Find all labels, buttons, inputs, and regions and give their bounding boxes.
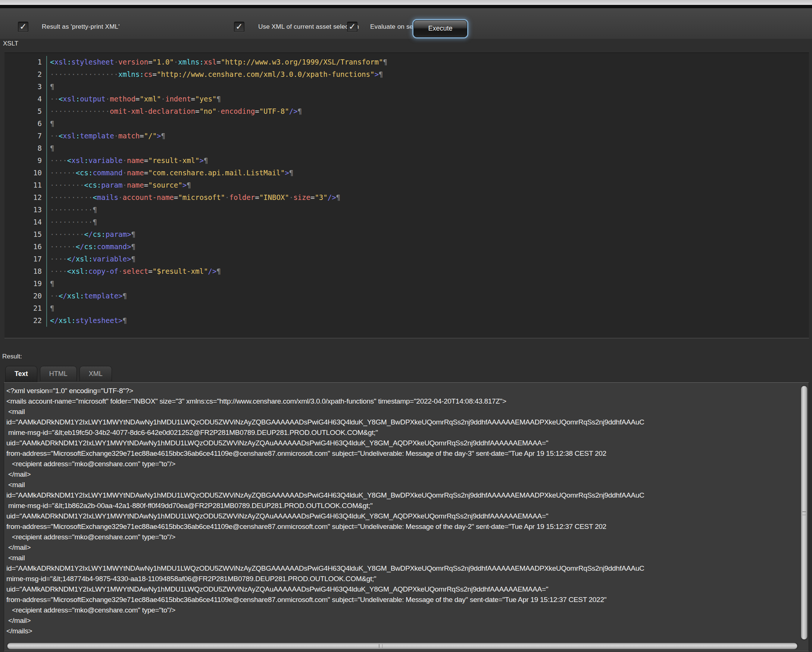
code-line[interactable]: 9····<xsl:variable·name="result-xml">¶ <box>5 154 809 167</box>
line-number: 14 <box>5 216 47 228</box>
line-number: 8 <box>5 142 47 154</box>
xslt-test-window: ✓ Result as 'pretty-print XML' ✓ Use XML… <box>0 0 812 652</box>
tab-html[interactable]: HTML <box>40 366 77 381</box>
code-line[interactable]: 15········</cs:param>¶ <box>5 228 809 241</box>
code-text: ··········<mails·account-name="microsoft… <box>47 191 340 204</box>
code-line[interactable]: 3¶ <box>5 81 809 93</box>
checkbox-pretty-print-xml[interactable]: ✓ <box>18 21 28 32</box>
result-line: id="AAMkADRkNDM1Y2IxLWY1MWYtNDAwNy1hMDU1… <box>6 417 799 428</box>
result-tab-bar: Text HTML XML <box>5 366 112 382</box>
horizontal-scrollbar-thumb[interactable] <box>7 643 797 649</box>
code-line[interactable]: 22</xsl:stylesheet>¶ <box>5 314 809 327</box>
result-line: mime-msg-id="&lt;1b862a2b-00aa-42a1-880f… <box>6 501 799 511</box>
code-text: ¶ <box>47 81 54 93</box>
result-line: id="AAMkADRkNDM1Y2IxLWY1MWYtNDAwNy1hMDU1… <box>6 563 799 574</box>
result-line: <recipient address="mko@censhare.com" ty… <box>6 532 799 542</box>
code-line[interactable]: 19¶ <box>5 277 809 290</box>
result-line: mime-msg-id="&lt;148774b4-9875-4330-aa18… <box>6 574 799 584</box>
line-number: 5 <box>5 105 47 117</box>
code-text: ¶ <box>47 277 54 290</box>
line-number: 7 <box>5 130 47 142</box>
line-number: 19 <box>5 277 47 290</box>
code-text: ¶ <box>47 117 54 130</box>
horizontal-scrollbar[interactable] <box>6 642 798 650</box>
code-line[interactable]: 18····<xsl:copy-of·select="$result-xml"/… <box>5 265 809 277</box>
result-output[interactable]: <?xml version="1.0" encoding="UTF-8"?><m… <box>6 386 799 641</box>
result-line: <mail <box>6 553 799 563</box>
result-line: <mails account-name="microsoft" folder="… <box>6 396 799 407</box>
code-line[interactable]: 17····</xsl:variable>¶ <box>5 253 809 265</box>
execute-button[interactable]: Execute <box>414 20 467 37</box>
result-line: mime-msg-id="&lt;eb19fc50-34b2-4077-8dc6… <box>6 428 799 438</box>
result-line: uid="AAMkADRkNDM1Y2IxLWY1MWYtNDAwNy1hMDU… <box>6 511 799 521</box>
code-text: ¶ <box>47 142 54 154</box>
line-number: 12 <box>5 191 47 204</box>
code-line[interactable]: 21¶ <box>5 302 809 314</box>
line-number: 11 <box>5 179 47 191</box>
code-line[interactable]: 11········<cs:param·name="source">¶ <box>5 179 809 191</box>
line-number: 4 <box>5 93 47 105</box>
code-line[interactable]: 13··········¶ <box>5 204 809 216</box>
code-line[interactable]: 1<xsl:stylesheet·version="1.0"·xmlns:xsl… <box>5 56 809 68</box>
code-text: ········<cs:param·name="source">¶ <box>47 179 191 191</box>
result-line: <mail <box>6 480 799 490</box>
code-line[interactable]: 6¶ <box>5 117 809 130</box>
result-line: <recipient address="mko@censhare.com" ty… <box>6 605 799 615</box>
xslt-code-editor[interactable]: 1<xsl:stylesheet·version="1.0"·xmlns:xsl… <box>5 53 809 338</box>
result-line: </mail> <box>6 542 799 553</box>
code-line[interactable]: 10······<cs:command·name="com.censhare.a… <box>5 167 809 179</box>
code-text: ················xmlns:cs="http://www.cen… <box>47 68 383 81</box>
scrollbar-grip <box>379 644 383 648</box>
code-text: </xsl:stylesheet>¶ <box>47 314 127 327</box>
line-number: 9 <box>5 154 47 167</box>
line-number: 6 <box>5 117 47 130</box>
line-number: 17 <box>5 253 47 265</box>
checkbox-evaluate-on-server[interactable]: ✓ <box>347 21 357 32</box>
code-line[interactable]: 14··········¶ <box>5 216 809 228</box>
code-line[interactable]: 12··········<mails·account-name="microso… <box>5 191 809 204</box>
result-line: id="AAMkADRkNDM1Y2IxLWY1MWYtNDAwNy1hMDU1… <box>6 490 799 501</box>
checkbox-use-current-asset-xml[interactable]: ✓ <box>234 21 244 32</box>
code-line[interactable]: 7··<xsl:template·match="/">¶ <box>5 130 809 142</box>
line-number: 16 <box>5 241 47 253</box>
code-line[interactable]: 20··</xsl:template>¶ <box>5 290 809 302</box>
line-number: 22 <box>5 314 47 327</box>
line-number: 2 <box>5 68 47 81</box>
result-line: <?xml version="1.0" encoding="UTF-8"?> <box>6 386 799 396</box>
code-text: ····<xsl:variable·name="result-xml">¶ <box>47 154 208 167</box>
vertical-scrollbar[interactable] <box>800 385 808 640</box>
code-text: ····</xsl:variable>¶ <box>47 253 136 265</box>
line-number: 3 <box>5 81 47 93</box>
code-text: ········</cs:param>¶ <box>47 228 136 241</box>
code-text: ······<cs:command·name="com.censhare.api… <box>47 167 293 179</box>
result-panel: <?xml version="1.0" encoding="UTF-8"?><m… <box>4 382 809 651</box>
tab-xml[interactable]: XML <box>79 366 112 381</box>
code-text: ··</xsl:template>¶ <box>47 290 127 302</box>
code-text: ··········¶ <box>47 204 97 216</box>
tab-text[interactable]: Text <box>5 366 37 383</box>
line-number: 13 <box>5 204 47 216</box>
result-line: <mail <box>6 407 799 417</box>
window-titlebar <box>0 0 812 5</box>
code-line[interactable]: 4··<xsl:output·method="xml"·indent="yes"… <box>5 93 809 105</box>
result-label: Result: <box>2 353 22 360</box>
scrollbar-grip <box>802 511 806 515</box>
code-line[interactable]: 5··············omit-xml-declaration="no"… <box>5 105 809 117</box>
toolbar: ✓ Result as 'pretty-print XML' ✓ Use XML… <box>0 8 812 39</box>
code-line[interactable]: 2················xmlns:cs="http://www.ce… <box>5 68 809 81</box>
code-line[interactable]: 16······</cs:command>¶ <box>5 241 809 253</box>
result-line: uid="AAMkADRkNDM1Y2IxLWY1MWYtNDAwNy1hMDU… <box>6 438 799 448</box>
vertical-scrollbar-thumb[interactable] <box>801 386 807 640</box>
line-number: 20 <box>5 290 47 302</box>
result-line: </mails> <box>6 626 799 636</box>
code-line[interactable]: 8¶ <box>5 142 809 154</box>
line-number: 15 <box>5 228 47 241</box>
result-line: from-address="MicrosoftExchange329e71ec8… <box>6 594 799 605</box>
line-number: 18 <box>5 265 47 277</box>
code-text: ······</cs:command>¶ <box>47 241 136 253</box>
code-text: <xsl:stylesheet·version="1.0"·xmlns:xsl=… <box>47 56 387 68</box>
result-line: uid="AAMkADRkNDM1Y2IxLWY1MWYtNDAwNy1hMDU… <box>6 584 799 594</box>
checkbox-use-current-asset-xml-label: Use XML of current asset selection <box>258 23 359 30</box>
result-line: </mail> <box>6 469 799 480</box>
line-number: 1 <box>5 56 47 68</box>
